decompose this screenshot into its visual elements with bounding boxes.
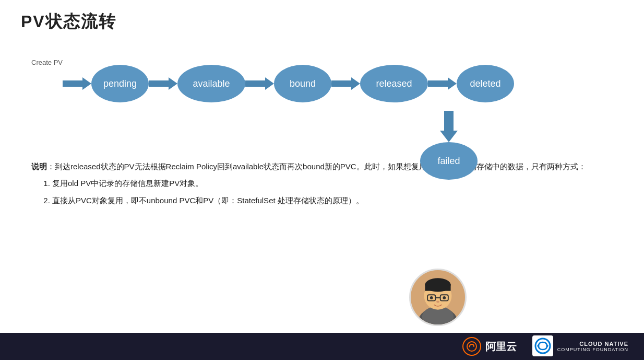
- initial-arrow-icon: [63, 76, 91, 91]
- svg-rect-11: [425, 284, 450, 291]
- svg-point-17: [436, 301, 439, 303]
- node-bound: bound: [274, 65, 331, 102]
- svg-point-18: [467, 342, 476, 351]
- avatar: [409, 269, 467, 326]
- svg-point-15: [430, 296, 433, 299]
- cncf-icon: [532, 335, 553, 357]
- svg-marker-1: [149, 77, 177, 90]
- bottom-bar: 阿里云 CLOUD NATIVE COMPUTING FOUNDATION: [0, 333, 644, 360]
- description-intro: 说明：到达released状态的PV无法根据Reclaim Policy回到av…: [31, 159, 623, 175]
- cncf-line1: CLOUD NATIVE: [557, 341, 628, 347]
- list-item: 复用old PV中记录的存储信息新建PV对象。: [52, 175, 623, 192]
- svg-marker-2: [245, 77, 274, 90]
- aliyun-icon: [462, 337, 481, 356]
- node-failed: failed: [420, 142, 478, 180]
- arrow-3-icon: [331, 76, 360, 91]
- description-area: 说明：到达released状态的PV无法根据Reclaim Policy回到av…: [31, 159, 623, 209]
- node-pending: pending: [91, 65, 149, 102]
- aliyun-logo: 阿里云: [462, 337, 517, 356]
- description-bold-label: 说明: [31, 162, 47, 171]
- down-arrow-icon: [440, 111, 458, 142]
- arrow-4-icon: [428, 76, 457, 91]
- aliyun-symbol: [466, 341, 478, 352]
- aliyun-text: 阿里云: [485, 340, 517, 354]
- slide: PV状态流转 Create PV pending available: [0, 0, 644, 360]
- create-pv-label: Create PV: [31, 59, 63, 66]
- node-released: released: [360, 65, 428, 102]
- description-list: 复用old PV中记录的存储信息新建PV对象。 直接从PVC对象复用，即不unb…: [47, 175, 623, 209]
- arrow-2-icon: [245, 76, 274, 91]
- node-available: available: [177, 65, 245, 102]
- arrow-1-icon: [149, 76, 177, 91]
- svg-marker-5: [440, 111, 458, 142]
- cncf-symbol: [532, 335, 553, 356]
- node-deleted: deleted: [457, 65, 514, 102]
- svg-marker-3: [331, 77, 360, 90]
- list-item: 直接从PVC对象复用，即不unbound PVC和PV（即：StatefulSe…: [52, 192, 623, 209]
- description-text: ：到达released状态的PV无法根据Reclaim Policy回到avai…: [47, 162, 586, 171]
- flow-row: pending available bound: [63, 65, 514, 102]
- cncf-line2: COMPUTING FOUNDATION: [557, 347, 628, 352]
- avatar-image: [411, 269, 465, 326]
- svg-marker-4: [428, 77, 457, 90]
- cncf-text-block: CLOUD NATIVE COMPUTING FOUNDATION: [557, 341, 628, 352]
- svg-point-16: [443, 296, 446, 299]
- svg-marker-0: [63, 77, 91, 90]
- cncf-logo: CLOUD NATIVE COMPUTING FOUNDATION: [532, 335, 628, 357]
- down-arrow-container: failed: [420, 111, 478, 180]
- page-title: PV状态流转: [21, 10, 623, 33]
- diagram-area: Create PV pending available: [31, 49, 623, 154]
